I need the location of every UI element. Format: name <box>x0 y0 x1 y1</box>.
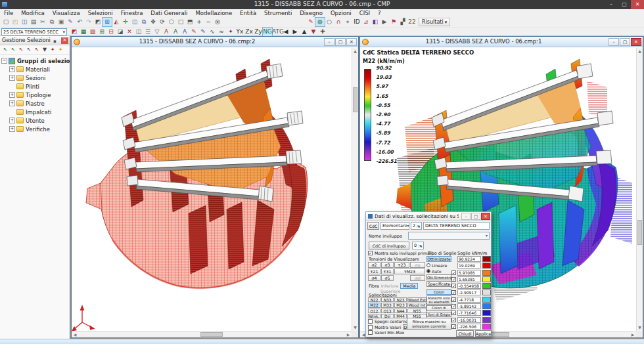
pen-red-icon[interactable]: ✎ <box>189 28 198 36</box>
id-icon[interactable]: ID <box>352 18 361 26</box>
threshold-color-swatch[interactable] <box>482 263 491 269</box>
menu-help[interactable]: ? <box>374 9 385 17</box>
sigma3-button[interactable]: σ3 <box>381 262 394 268</box>
threshold-value-field[interactable]: -4.7718 <box>457 297 481 303</box>
view1-vscrollbar[interactable] <box>636 48 643 331</box>
table-icon[interactable]: ◫ <box>134 28 143 36</box>
n22-button[interactable]: N22 <box>368 297 380 302</box>
cs22-icon[interactable]: 22 <box>407 18 417 26</box>
view-window-2[interactable]: 1315 - DISSABB SEZ A CURVO - 06.cmp:2 <box>71 36 359 338</box>
threshold-checkbox[interactable] <box>451 277 456 282</box>
menu-cisi[interactable]: CISI <box>356 9 374 17</box>
scrollbar-thumb[interactable] <box>353 87 357 112</box>
view2-vscrollbar[interactable] <box>352 48 358 331</box>
sigmau-button[interactable]: σu <box>410 262 425 268</box>
threshold-value-field[interactable]: 1.65381 <box>457 276 481 282</box>
zoom-previous-icon[interactable]: ◩ <box>93 18 103 26</box>
scroll-up-icon[interactable] <box>352 48 358 54</box>
select-window-icon[interactable]: ↖ <box>33 45 41 54</box>
window-tile-icon[interactable]: ◫ <box>130 18 139 26</box>
scroll-down-icon[interactable] <box>637 324 643 331</box>
chiudi-button[interactable]: Chiudi <box>456 330 474 337</box>
select-saved-icon[interactable]: ✦ <box>57 45 64 54</box>
colori-default-button[interactable]: Colori di Default <box>426 305 451 311</box>
solid-icon[interactable]: ⬒ <box>185 18 195 26</box>
toni-grigio-button[interactable]: Toni di Grigio <box>426 312 451 318</box>
menu-dati-generali[interactable]: Dati Generali <box>147 9 191 17</box>
view2-hscrollbar[interactable] <box>72 331 352 337</box>
format-brush-icon[interactable]: ✎ <box>66 18 75 26</box>
print-icon[interactable]: ▤ <box>29 18 38 26</box>
remove-selection-icon[interactable]: ⊟ <box>106 28 116 36</box>
menu-strumenti[interactable]: Strumenti <box>260 9 296 17</box>
sigma2-button[interactable]: σ2 <box>368 262 380 268</box>
probe-icon[interactable]: ⌖ <box>343 18 352 26</box>
threshold-color-swatch[interactable] <box>482 297 491 303</box>
view1-minimize-button[interactable] <box>609 38 619 46</box>
expander-icon[interactable] <box>9 66 15 72</box>
tree-item-utente[interactable]: Utente <box>0 116 70 125</box>
list-icon[interactable]: ☰ <box>143 28 152 36</box>
scroll-up-icon[interactable] <box>637 48 643 54</box>
save-icon[interactable]: ◫ <box>20 18 29 26</box>
threshold-color-swatch[interactable] <box>482 270 491 276</box>
sigma4-button[interactable]: σ4 <box>368 275 380 281</box>
tree-item-plinti[interactable]: Plinti <box>0 82 70 91</box>
threshold-checkbox[interactable] <box>451 297 456 302</box>
wood-int-button[interactable]: Wood Int <box>407 303 426 307</box>
wink-button[interactable]: Wink. <box>368 314 380 318</box>
mostra-primari-checkbox[interactable]: Mostra solo inviluppi primari <box>368 251 432 255</box>
view2-close-button[interactable] <box>346 38 357 46</box>
cut-icon[interactable]: ✂ <box>38 18 47 26</box>
inviluppo-spinner[interactable]: 0 <box>412 242 424 249</box>
select-invert-icon[interactable]: ↖ <box>25 45 33 54</box>
move-icon[interactable]: ✥ <box>149 18 158 26</box>
specificate-button[interactable]: Specificate <box>426 281 451 287</box>
threshold-color-swatch[interactable] <box>482 283 491 289</box>
shade-icon[interactable]: ⬡ <box>167 18 176 26</box>
wireframe-icon[interactable]: □ <box>176 18 185 26</box>
paste-icon[interactable]: ▣ <box>57 18 66 26</box>
select-dropdown-icon[interactable]: ▼ <box>41 45 49 54</box>
menu-visualizza[interactable]: Visualizza <box>49 9 84 17</box>
colori-sfumati-button[interactable]: Colori Sfumati <box>426 289 451 295</box>
rotate-icon[interactable]: ⟳ <box>158 18 167 26</box>
tree-item-sezioni[interactable]: Sezioni <box>0 74 70 82</box>
threshold-checkbox[interactable] <box>451 270 456 275</box>
threshold-checkbox[interactable] <box>451 284 456 288</box>
tau21-button[interactable]: τ21 <box>368 269 380 274</box>
expander-icon[interactable] <box>9 118 15 123</box>
filter-deselect-icon[interactable]: ▨ <box>88 28 97 36</box>
toggle-selection-icon[interactable]: ◪ <box>116 28 125 36</box>
scroll-down-icon[interactable] <box>352 324 358 331</box>
fibra-inferiore-option[interactable]: Inferiore <box>381 284 398 288</box>
zoom-window-icon[interactable]: ⊞ <box>103 18 112 26</box>
tree-item-piastre[interactable]: Piastre <box>0 99 70 108</box>
clear-selection-icon[interactable]: ✕ <box>125 28 134 36</box>
spegni-contorno-checkbox[interactable]: Spegni contorno <box>368 319 408 324</box>
expander-icon[interactable] <box>9 126 15 132</box>
valori-minmax-checkbox[interactable]: Valori Min-Max <box>368 330 404 335</box>
view2-canvas[interactable] <box>72 48 358 337</box>
cdc-inviluppo-button[interactable]: CdC di inviluppo <box>369 242 409 249</box>
step-forward-icon[interactable]: ▶ <box>290 28 300 36</box>
m44-button[interactable]: M44 <box>394 314 407 318</box>
threshold-checkbox[interactable] <box>451 324 456 329</box>
threshold-value-field[interactable]: -5.89142 <box>457 303 481 309</box>
paint-icon[interactable]: ◧ <box>371 18 380 26</box>
menu-finestra[interactable]: Finestra <box>117 9 147 17</box>
ottimizzate-button[interactable]: Ottimizzate <box>426 256 451 262</box>
zoom-dynamic-icon[interactable]: ◭ <box>112 18 121 26</box>
threshold-checkbox[interactable] <box>451 290 456 295</box>
select-arrow-icon[interactable]: ▶ <box>380 18 389 26</box>
copy-icon[interactable]: ⧉ <box>47 18 57 26</box>
raise-icon[interactable]: ▲ <box>300 28 309 36</box>
tau31-button[interactable]: τ31 <box>381 269 394 274</box>
tree-item-tipologie[interactable]: Tipologie <box>0 91 70 99</box>
massimi-visibili-button[interactable]: Massimi solo su elementi visibili <box>426 295 451 305</box>
cdc-type-select[interactable]: Elementare <box>380 222 409 230</box>
threshold-color-swatch[interactable] <box>482 290 491 295</box>
atg-icon[interactable]: ATG <box>272 28 281 36</box>
n23-button[interactable]: N23 <box>394 297 407 302</box>
threshold-value-field[interactable]: 90.9224 <box>457 256 481 262</box>
